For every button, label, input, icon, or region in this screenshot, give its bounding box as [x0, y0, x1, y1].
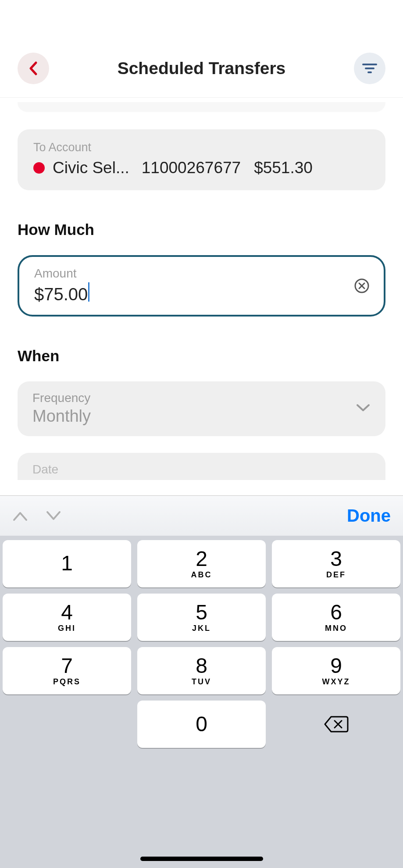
key-backspace[interactable] — [272, 701, 400, 748]
keyboard-nav-arrows — [12, 510, 61, 522]
clear-button[interactable] — [353, 277, 371, 295]
header: Scheduled Transfers — [0, 0, 403, 97]
amount-value: $75.00 — [34, 285, 88, 304]
numeric-keyboard: 1 2 ABC 3 DEF 4 GHI 5 J — [0, 536, 403, 868]
to-account-card[interactable]: To Account Civic Sel... 11000267677 $551… — [18, 129, 385, 190]
keyboard-done-button[interactable]: Done — [347, 506, 391, 526]
backspace-icon — [323, 715, 350, 733]
filter-icon — [362, 63, 377, 74]
key-2[interactable]: 2 ABC — [137, 540, 266, 587]
clear-icon — [354, 278, 370, 294]
account-name: Civic Sel... — [53, 159, 129, 177]
next-field-button[interactable] — [46, 510, 61, 522]
partial-card — [18, 102, 385, 112]
key-7[interactable]: 7 PQRS — [3, 647, 131, 694]
to-account-row: Civic Sel... 11000267677 $551.30 — [33, 159, 370, 177]
keyboard-toolbar: Done — [0, 495, 403, 536]
key-5[interactable]: 5 JKL — [137, 594, 266, 641]
chevron-left-icon — [27, 61, 39, 76]
frequency-label: Frequency — [32, 391, 371, 405]
account-balance: $551.30 — [254, 159, 313, 177]
when-title: When — [18, 347, 385, 365]
home-indicator[interactable] — [140, 857, 263, 861]
frequency-value: Monthly — [32, 407, 371, 426]
amount-label: Amount — [34, 267, 369, 281]
key-6[interactable]: 6 MNO — [272, 594, 400, 641]
keyboard-spacer — [3, 701, 131, 748]
amount-input[interactable]: Amount $75.00 — [18, 255, 385, 317]
chevron-down-icon — [356, 403, 371, 415]
account-color-dot — [33, 162, 45, 174]
page-title: Scheduled Transfers — [118, 59, 286, 78]
frequency-select[interactable]: Frequency Monthly — [18, 381, 385, 436]
previous-field-button[interactable] — [12, 510, 28, 522]
filter-button[interactable] — [354, 53, 385, 84]
key-8[interactable]: 8 TUV — [137, 647, 266, 694]
how-much-title: How Much — [18, 221, 385, 238]
key-9[interactable]: 9 WXYZ — [272, 647, 400, 694]
date-label: Date — [32, 462, 371, 477]
key-1[interactable]: 1 — [3, 540, 131, 587]
back-button[interactable] — [18, 53, 49, 84]
account-number: 11000267677 — [142, 159, 241, 177]
key-4[interactable]: 4 GHI — [3, 594, 131, 641]
to-account-label: To Account — [33, 141, 370, 154]
key-3[interactable]: 3 DEF — [272, 540, 400, 587]
key-0[interactable]: 0 — [137, 701, 266, 748]
date-select[interactable]: Date — [18, 453, 385, 480]
text-cursor — [88, 282, 89, 302]
keyboard-container: Done 1 2 ABC 3 DEF 4 GHI — [0, 495, 403, 868]
